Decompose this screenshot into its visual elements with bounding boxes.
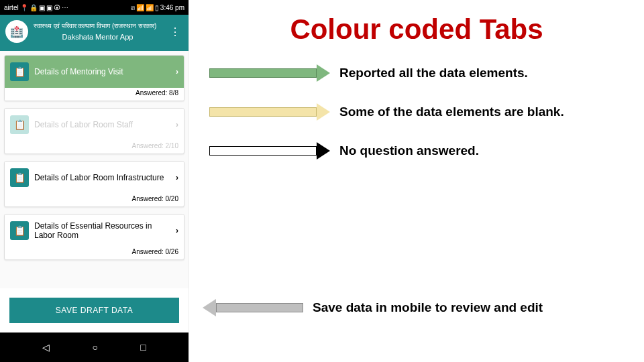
battery-icon: ▯: [155, 4, 159, 11]
tab-label: Details of Essential Resources in Labor …: [34, 221, 170, 240]
tab-card-labor-room-infrastructure[interactable]: 📋 Details of Labor Room Infrastructure ›…: [4, 161, 184, 207]
legend-text: Save data in mobile to review and edit: [313, 300, 543, 315]
back-icon[interactable]: ◁: [42, 342, 50, 353]
dept-title: स्वास्थ्य एवं परिवार कल्याण विभाग (राजस्…: [34, 22, 162, 30]
carrier-label: airtel: [4, 4, 19, 11]
arrow-white-icon: [209, 143, 330, 158]
chevron-right-icon: ›: [176, 173, 178, 182]
save-draft-button[interactable]: SAVE DRAFT DATA: [9, 298, 179, 323]
arrow-yellow-icon: [209, 105, 330, 119]
answered-count: Answered: 0/26: [5, 247, 184, 259]
legend-text: Reported all the data elements.: [339, 66, 528, 80]
app-bar: 🏥 स्वास्थ्य एवं परिवार कल्याण विभाग (राज…: [0, 15, 189, 51]
answered-count: Answered: 2/10: [5, 141, 184, 154]
signal-icon: 📶: [146, 4, 154, 11]
tab-list: 📋 Details of Mentoring Visit › Answered:…: [0, 51, 189, 288]
more-icon: ⋯: [62, 4, 68, 11]
legend-row-none: No question answered.: [209, 143, 624, 158]
android-nav-bar: ◁ ○ □: [0, 333, 189, 362]
tab-card-mentoring-visit[interactable]: 📋 Details of Mentoring Visit › Answered:…: [4, 55, 184, 101]
tab-card-labor-room-staff[interactable]: 📋 Details of Labor Room Staff › Answered…: [4, 108, 184, 154]
clipboard-icon: 📋: [10, 168, 29, 187]
answered-count: Answered: 8/8: [5, 88, 184, 101]
save-bar: SAVE DRAFT DATA: [0, 288, 189, 333]
tab-label: Details of Labor Room Infrastructure: [34, 173, 170, 182]
overflow-menu-icon[interactable]: ⋮: [167, 25, 183, 38]
clipboard-icon: 📋: [10, 62, 29, 81]
tab-label: Details of Mentoring Visit: [34, 67, 170, 76]
recent-icon[interactable]: □: [140, 342, 146, 353]
slide-title: Colour coded Tabs: [209, 13, 624, 46]
legend-text: No question answered.: [339, 143, 479, 158]
phone-mockup: airtel 📍 🔒 ▣ ▣ ⦿ ⋯ ⎚ 📶 📶 ▯ 3:46 pm 🏥 स्व…: [0, 0, 189, 362]
clipboard-icon: 📋: [10, 115, 29, 134]
clock-label: 3:46 pm: [160, 4, 184, 11]
wifi-icon: 📶: [136, 4, 144, 11]
tab-card-essential-resources[interactable]: 📋 Details of Essential Resources in Labo…: [4, 214, 184, 260]
legend-text: Some of the data elements are blank.: [339, 105, 564, 119]
app-logo-icon: 🏥: [5, 20, 28, 43]
chevron-right-icon: ›: [176, 67, 178, 76]
tab-label: Details of Labor Room Staff: [34, 120, 170, 129]
chevron-right-icon: ›: [176, 226, 178, 235]
clipboard-icon: 📋: [10, 221, 29, 240]
location-icon: ⦿: [54, 4, 60, 11]
lock-icon: 🔒: [30, 4, 38, 11]
legend-row-partial: Some of the data elements are blank.: [209, 105, 624, 119]
legend-row-save: Save data in mobile to review and edit: [203, 300, 543, 315]
chevron-right-icon: ›: [176, 120, 178, 129]
legend-list: Reported all the data elements. Some of …: [209, 66, 624, 158]
slide-content: Colour coded Tabs Reported all the data …: [189, 0, 644, 362]
arrow-green-icon: [209, 66, 330, 80]
location-pin-icon: 📍: [20, 4, 28, 11]
home-icon[interactable]: ○: [93, 342, 98, 353]
status-icon: ▣: [46, 4, 52, 11]
cast-icon: ⎚: [131, 4, 135, 11]
legend-row-complete: Reported all the data elements.: [209, 66, 624, 80]
status-bar: airtel 📍 🔒 ▣ ▣ ⦿ ⋯ ⎚ 📶 📶 ▯ 3:46 pm: [0, 0, 189, 15]
status-icon: ▣: [39, 4, 45, 11]
arrow-grey-left-icon: [203, 300, 303, 315]
app-name: Dakshata Mentor App: [34, 33, 162, 41]
answered-count: Answered: 0/20: [5, 194, 184, 206]
